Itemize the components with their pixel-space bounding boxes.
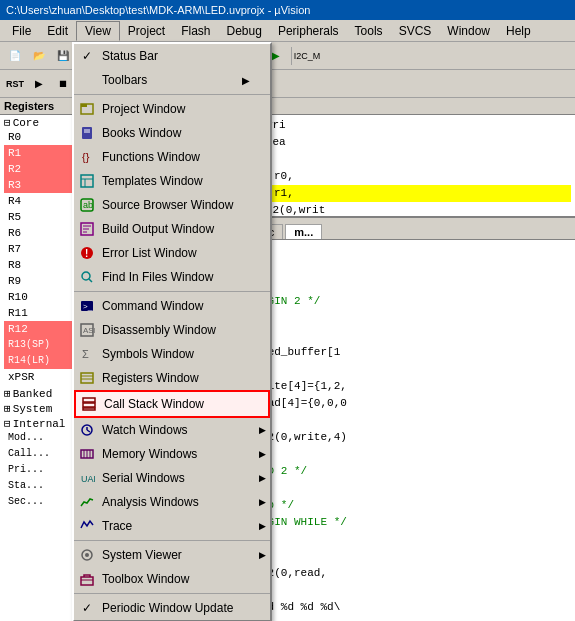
menu-analysis-windows[interactable]: Analysis Windows — [74, 490, 270, 514]
build-output-icon — [78, 220, 96, 238]
svg-line-32 — [87, 430, 90, 432]
svg-rect-6 — [81, 175, 93, 187]
svg-rect-28 — [83, 403, 95, 407]
menu-status-bar[interactable]: ✓ Status Bar — [74, 44, 270, 68]
serial-windows-label: Serial Windows — [102, 471, 250, 485]
svg-point-39 — [85, 553, 89, 557]
menu-window[interactable]: Window — [439, 22, 498, 40]
memory-windows-label: Memory Windows — [102, 447, 250, 461]
menu-help[interactable]: Help — [498, 22, 539, 40]
menu-symbols-window[interactable]: Σ Symbols Window — [74, 342, 270, 366]
sep-2 — [74, 291, 270, 292]
books-icon — [78, 124, 96, 142]
menu-peripherals[interactable]: Peripherals — [270, 22, 347, 40]
open-btn[interactable]: 📂 — [28, 45, 50, 67]
templates-window-label: Templates Window — [102, 174, 250, 188]
svg-text:!: ! — [85, 248, 88, 259]
menu-find-in-files[interactable]: Find In Files Window — [74, 265, 270, 289]
command-icon: >_ — [78, 297, 96, 315]
menu-trace[interactable]: Trace — [74, 514, 270, 538]
menu-toolbox-window[interactable]: Toolbox Window — [74, 567, 270, 591]
banked-icon: ⊞ — [4, 387, 11, 400]
menu-call-stack[interactable]: Call Stack Window — [74, 390, 270, 418]
stop-btn[interactable]: ⏹ — [52, 73, 74, 95]
serial-icon: UART — [78, 469, 96, 487]
menu-templates-window[interactable]: Templates Window — [74, 169, 270, 193]
new-btn[interactable]: 📄 — [4, 45, 26, 67]
menu-bar: File Edit View Project Flash Debug Perip… — [0, 20, 575, 42]
view-dropdown-menu: ✓ Status Bar Toolbars ▶ Project Window B… — [72, 42, 272, 621]
svg-rect-27 — [83, 398, 95, 402]
run-btn[interactable]: ▶ — [28, 73, 50, 95]
menu-error-list[interactable]: ! Error List Window — [74, 241, 270, 265]
disassembly-window-label: Disassembly Window — [102, 323, 250, 337]
menu-functions-window[interactable]: {} Functions Window — [74, 145, 270, 169]
system-viewer-label: System Viewer — [102, 548, 250, 562]
toolbox-icon — [78, 570, 96, 588]
menu-project[interactable]: Project — [120, 22, 173, 40]
core-collapse-icon: ⊟ — [4, 116, 11, 129]
menu-disassembly-window[interactable]: ASM Disassembly Window — [74, 318, 270, 342]
memory-icon — [78, 445, 96, 463]
toolbars-label: Toolbars — [102, 73, 236, 87]
find-in-files-label: Find In Files Window — [102, 270, 250, 284]
sep4 — [291, 47, 292, 65]
trace-label: Trace — [102, 519, 250, 533]
svg-text:{}: {} — [82, 151, 90, 163]
call-stack-label: Call Stack Window — [104, 397, 248, 411]
tab-main[interactable]: m... — [285, 224, 322, 239]
error-list-label: Error List Window — [102, 246, 250, 260]
menu-memory-windows[interactable]: Memory Windows — [74, 442, 270, 466]
menu-source-browser[interactable]: ab Source Browser Window — [74, 193, 270, 217]
menu-debug[interactable]: Debug — [219, 22, 270, 40]
source-browser-label: Source Browser Window — [102, 198, 250, 212]
source-browser-icon: ab — [78, 196, 96, 214]
menu-view[interactable]: View — [76, 21, 120, 41]
functions-icon: {} — [78, 148, 96, 166]
symbols-window-label: Symbols Window — [102, 347, 250, 361]
internal-label: Internal — [13, 418, 66, 430]
save-btn[interactable]: 💾 — [52, 45, 74, 67]
view-dropdown-overlay: ✓ Status Bar Toolbars ▶ Project Window B… — [72, 42, 272, 621]
toolbars-arrow: ▶ — [242, 75, 250, 86]
symbols-icon: Σ — [78, 345, 96, 363]
i2c-btn[interactable]: I2C_M — [296, 45, 318, 67]
templates-icon — [78, 172, 96, 190]
svg-rect-24 — [81, 373, 93, 383]
menu-tools[interactable]: Tools — [347, 22, 391, 40]
svg-point-17 — [82, 272, 90, 280]
menu-system-viewer[interactable]: System Viewer — [74, 543, 270, 567]
menu-project-window[interactable]: Project Window — [74, 97, 270, 121]
rst-btn[interactable]: RST — [4, 73, 26, 95]
menu-svcs[interactable]: SVCS — [391, 22, 440, 40]
menu-toolbars[interactable]: Toolbars ▶ — [74, 68, 270, 92]
menu-build-output[interactable]: Build Output Window — [74, 217, 270, 241]
menu-registers-window[interactable]: Registers Window — [74, 366, 270, 390]
menu-serial-windows[interactable]: UART Serial Windows — [74, 466, 270, 490]
sep-4 — [74, 593, 270, 594]
project-window-label: Project Window — [102, 102, 250, 116]
periodic-update-label: Periodic Window Update — [102, 601, 250, 615]
toolbox-window-label: Toolbox Window — [102, 572, 250, 586]
system-viewer-icon — [78, 546, 96, 564]
error-list-icon: ! — [78, 244, 96, 262]
functions-window-label: Functions Window — [102, 150, 250, 164]
svg-rect-40 — [81, 577, 93, 585]
svg-rect-29 — [83, 408, 95, 410]
project-icon — [78, 100, 96, 118]
menu-command-window[interactable]: >_ Command Window — [74, 294, 270, 318]
svg-line-18 — [89, 279, 92, 282]
status-bar-check-icon: ✓ — [78, 47, 96, 65]
menu-flash[interactable]: Flash — [173, 22, 218, 40]
menu-edit[interactable]: Edit — [39, 22, 76, 40]
svg-rect-1 — [81, 104, 87, 107]
build-output-label: Build Output Window — [102, 222, 250, 236]
sep-1 — [74, 94, 270, 95]
menu-file[interactable]: File — [4, 22, 39, 40]
banked-label: Banked — [13, 388, 53, 400]
menu-books-window[interactable]: Books Window — [74, 121, 270, 145]
menu-watch-windows[interactable]: Watch Windows — [74, 418, 270, 442]
trace-icon — [78, 517, 96, 535]
svg-rect-2 — [82, 127, 92, 139]
menu-periodic-update[interactable]: ✓ Periodic Window Update — [74, 596, 270, 620]
